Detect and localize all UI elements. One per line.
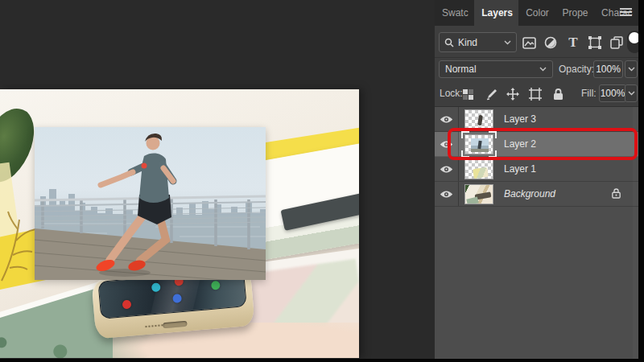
canvas-document[interactable]: [0, 89, 359, 358]
layer-thumbnail[interactable]: [464, 159, 493, 179]
search-icon: [444, 38, 454, 47]
layer-name[interactable]: Layer 3: [504, 113, 536, 125]
lock-position-icon[interactable]: [505, 87, 521, 101]
layers-panel: Swatc Layers Color Prope Charac Kind: [435, 0, 638, 362]
layer-row-layer2-selected[interactable]: Layer 2: [435, 132, 638, 157]
eye-icon: [440, 190, 453, 199]
visibility-cell[interactable]: [435, 132, 459, 156]
layer-row-background[interactable]: Background: [435, 182, 638, 207]
photoshop-window: Swatc Layers Color Prope Charac Kind: [0, 0, 644, 362]
screenshot-border-right: [638, 0, 644, 362]
layer-lock-icon: [612, 188, 621, 199]
opacity-dropdown-button[interactable]: [625, 60, 638, 78]
shape-layer-filter-icon[interactable]: [585, 33, 605, 52]
fill-dropdown-button[interactable]: [625, 84, 638, 102]
lock-all-icon[interactable]: [550, 87, 566, 101]
panel-menu-icon[interactable]: [620, 8, 632, 17]
eye-icon: [440, 115, 453, 124]
type-layer-filter-icon[interactable]: T: [564, 33, 583, 52]
layer-name[interactable]: Background: [504, 188, 555, 200]
layer-thumbnail[interactable]: [464, 134, 493, 154]
eye-icon: [440, 165, 453, 174]
opacity-value[interactable]: 100%: [593, 60, 623, 78]
tab-layers[interactable]: Layers: [474, 0, 518, 26]
canvas-workspace: [0, 0, 435, 362]
opacity-label: Opacity:: [559, 64, 594, 75]
runner-scene: [35, 127, 266, 280]
lock-row: Lock: Fill: 100%: [435, 80, 638, 107]
layer-thumbnail[interactable]: [464, 109, 493, 130]
screenshot-border-bottom: [0, 359, 644, 362]
panel-tab-bar: Swatc Layers Color Prope Charac: [435, 0, 638, 26]
visibility-cell[interactable]: [435, 182, 459, 206]
tab-properties[interactable]: Prope: [555, 0, 595, 26]
layer-filter-row: Kind T: [435, 26, 638, 58]
filter-kind-select[interactable]: Kind: [439, 32, 517, 52]
blend-mode-row: Normal Opacity: 100%: [435, 59, 638, 80]
chevron-down-icon: [504, 40, 511, 45]
app-icon-red: [122, 299, 132, 309]
lock-image-pixels-icon[interactable]: [483, 87, 499, 101]
pasted-runner-photo-layer[interactable]: [35, 127, 266, 280]
visibility-cell[interactable]: [435, 157, 459, 181]
layer-name[interactable]: Layer 1: [504, 163, 536, 175]
app-icon-green: [210, 281, 220, 290]
tab-swatches[interactable]: Swatc: [435, 0, 474, 26]
layer-filtering-toggle[interactable]: [627, 31, 638, 53]
chevron-down-icon: [628, 67, 635, 72]
layer-name[interactable]: Layer 2: [504, 138, 536, 150]
pixel-layer-filter-icon[interactable]: [519, 33, 539, 52]
fill-value[interactable]: 100%: [599, 84, 626, 102]
layer-thumbnail[interactable]: [464, 184, 493, 204]
blend-mode-select[interactable]: Normal: [439, 60, 553, 78]
layer-row-layer1[interactable]: Layer 1: [435, 157, 638, 182]
lock-transparent-pixels-icon[interactable]: [460, 87, 476, 101]
filter-kind-label: Kind: [458, 37, 477, 48]
smart-object-filter-icon[interactable]: [607, 33, 626, 52]
visibility-cell[interactable]: [435, 107, 459, 131]
adjustment-layer-filter-icon[interactable]: [541, 33, 560, 52]
chevron-down-icon: [628, 91, 635, 96]
chevron-down-icon: [539, 67, 547, 72]
layers-list: Layer 3 Laye: [435, 107, 638, 362]
blend-mode-value: Normal: [445, 64, 477, 75]
layer-row-layer3[interactable]: Layer 3: [435, 107, 638, 132]
fill-label: Fill:: [581, 88, 597, 99]
tab-color[interactable]: Color: [518, 0, 555, 26]
eye-icon: [440, 140, 453, 149]
lock-artboard-icon[interactable]: [527, 87, 543, 101]
